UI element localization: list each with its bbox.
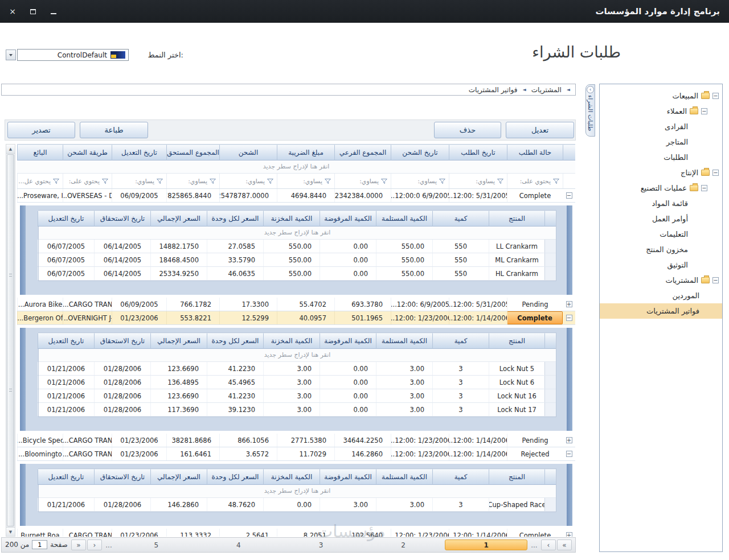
maximize-button[interactable] — [27, 6, 39, 17]
grid-cell[interactable]: HL Crankarm — [489, 267, 544, 280]
grid-cell[interactable]: ...Aurora Bike — [17, 298, 63, 311]
sidebar-item[interactable]: الموردين — [600, 288, 722, 303]
grid-cell[interactable]: 18468.4500 — [150, 253, 207, 266]
column-header[interactable]: مبلغ الضريبة — [277, 145, 334, 160]
grid-cell[interactable]: 06/14/2005 — [94, 253, 150, 266]
row-expand-toggle[interactable]: + — [563, 529, 575, 537]
grid-cell[interactable]: Lock Nut 16 — [489, 389, 544, 402]
grid-cell[interactable]: ...12:00: 1/14/2006 — [449, 434, 507, 447]
filter-cell[interactable]: يساوي: — [334, 174, 391, 188]
order-line-row[interactable]: LL Crankarm550550.000.00550.0027.0585148… — [39, 240, 556, 253]
column-header[interactable]: المنتج — [489, 211, 544, 227]
grid-cell[interactable]: 3.6572 — [219, 447, 277, 460]
grid-cell[interactable]: 01/21/2006 — [38, 362, 94, 375]
column-header[interactable]: الكمية المستلمة — [376, 469, 432, 485]
sidebar-item[interactable]: −المبيعات — [600, 88, 722, 104]
grid-cell[interactable]: 3 — [432, 403, 489, 416]
column-header[interactable]: تاريخ التعديل — [112, 145, 166, 160]
grid-cell[interactable]: 136.4895 — [150, 376, 207, 389]
grid-cell[interactable]: 3 — [432, 376, 489, 389]
order-line-row[interactable]: Cup-Shaped Race33.003.000.0048.7620146.2… — [39, 498, 556, 512]
grid-cell[interactable]: ...12:00: 1/23/2006 — [391, 529, 449, 537]
grid-cell[interactable]: ...12:00: 5/31/2005 — [449, 189, 507, 202]
filter-cell[interactable]: يحتوي على: — [507, 174, 563, 188]
collapse-panel-icon[interactable]: ‹ — [587, 86, 594, 93]
order-line-row[interactable]: Lock Nut 1633.000.003.0041.2230123.66900… — [39, 389, 556, 403]
column-header[interactable]: الكمية المخزنة — [263, 469, 320, 485]
grid-cell[interactable]: 3.00 — [376, 362, 432, 375]
collapse-row-icon[interactable]: − — [566, 451, 572, 457]
grid-cell[interactable]: 125478787.0000 — [219, 189, 277, 202]
grid-cell[interactable]: Complete — [507, 529, 563, 537]
grid-cell[interactable]: 01/28/2006 — [94, 498, 150, 511]
page-input[interactable] — [32, 540, 47, 549]
column-header[interactable]: كمية — [432, 469, 489, 485]
grid-cell[interactable]: 550.00 — [263, 267, 320, 280]
order-line-row[interactable]: ML Crankarm550550.000.00550.0033.5790184… — [39, 253, 556, 267]
grid-cell[interactable]: 12.5299 — [219, 311, 277, 324]
column-header[interactable]: السعر الإجمالي — [150, 211, 207, 227]
grid-cell[interactable]: 46.0635 — [207, 267, 263, 280]
scrollbar-thumb[interactable] — [7, 154, 14, 526]
grid-cell[interactable]: ...CARGO TRAN — [63, 434, 112, 447]
row-expand-toggle[interactable]: − — [563, 447, 575, 460]
grid-cell[interactable]: ...12:00:0 6/9/2005 — [391, 189, 449, 202]
grid-cell[interactable]: ...Bergeron Of — [17, 311, 63, 324]
grid-cell[interactable]: 3 — [432, 389, 489, 402]
sidebar-item[interactable]: التعليمات — [600, 227, 722, 242]
delete-button[interactable]: حذف — [434, 122, 501, 138]
grid-cell[interactable]: 01/21/2006 — [38, 376, 94, 389]
grid-cell[interactable]: 3.00 — [376, 498, 432, 511]
scroll-down-button[interactable]: ▼ — [6, 527, 15, 536]
tree-collapse-icon[interactable]: − — [712, 277, 719, 283]
grid-cell[interactable]: 27.0585 — [207, 240, 263, 253]
grid-cell[interactable]: 06/07/2005 — [38, 240, 94, 253]
sidebar-item[interactable]: −الإنتاج — [600, 165, 722, 180]
collapse-row-icon[interactable]: − — [566, 315, 572, 321]
grid-cell[interactable]: 0.00 — [263, 498, 320, 511]
column-header[interactable]: تاريخ التعديل — [38, 469, 94, 485]
order-line-row[interactable]: Lock Nut 533.000.003.0041.2230123.669001… — [39, 362, 556, 376]
row-expand-toggle[interactable]: − — [563, 311, 575, 324]
grid-cell[interactable]: 17.3300 — [219, 298, 277, 311]
grid-cell[interactable]: Complete — [507, 311, 563, 324]
grid-cell[interactable]: 146.2860 — [150, 498, 207, 511]
grid-cell[interactable]: 0.00 — [320, 253, 376, 266]
grid-cell[interactable]: 3.00 — [376, 376, 432, 389]
column-header[interactable]: تاريخ الاستحقاق — [94, 211, 150, 227]
grid-cell[interactable]: 3.00 — [376, 403, 432, 416]
sidebar-item[interactable]: −عمليات التصنيع — [600, 180, 722, 196]
sidebar-item[interactable]: −المشتريات — [600, 273, 722, 288]
filter-cell[interactable]: يحتوي على: — [63, 174, 112, 188]
grid-cell[interactable]: 0.00 — [320, 267, 376, 280]
expand-row-icon[interactable]: + — [566, 532, 572, 537]
grid-cell[interactable]: ...12:00: 1/14/2006 — [449, 311, 507, 324]
grid-cell[interactable]: 3.00 — [263, 376, 320, 389]
order-line-row[interactable]: Lock Nut 1733.000.003.0039.1230117.36900… — [39, 403, 556, 417]
grid-cell[interactable]: 766.1782 — [166, 298, 219, 311]
column-header[interactable]: تاريخ الاستحقاق — [94, 469, 150, 485]
grid-cell[interactable]: 0.00 — [320, 403, 376, 416]
sidebar-item[interactable]: فواتير المشتريات — [600, 303, 722, 319]
grid-cell[interactable]: ...12:00: 6/9/2005 — [391, 298, 449, 311]
column-header[interactable]: تاريخ الطلب — [449, 145, 507, 160]
grid-cell[interactable]: 4694.8440 — [277, 189, 334, 202]
new-row-hint[interactable]: انقر هنا لإدراج سطر جديد — [39, 227, 556, 240]
grid-cell[interactable]: 01/28/2006 — [94, 389, 150, 402]
grid-cell[interactable]: 127825865.8440 — [166, 189, 219, 202]
grid-cell[interactable]: 55.4702 — [277, 298, 334, 311]
pager-ellipsis-right-button[interactable]: ... — [529, 541, 540, 549]
grid-cell[interactable]: ...12:00: 1/23/2006 — [391, 434, 449, 447]
grid-cell[interactable]: 2771.5380 — [277, 434, 334, 447]
grid-cell[interactable]: 14882.1750 — [150, 240, 207, 253]
sidebar-item[interactable]: الفرادى — [600, 119, 722, 134]
grid-cell[interactable]: 102.5640 — [334, 529, 391, 537]
sidebar-item[interactable]: المتاجر — [600, 134, 722, 150]
row-expand-toggle[interactable]: + — [563, 298, 575, 311]
grid-cell[interactable]: ...CARGO TRAN — [63, 529, 112, 537]
grid-cell[interactable]: 06/09/2005 — [112, 189, 166, 202]
export-button[interactable]: تصدير — [7, 122, 75, 138]
pager-prev-button[interactable]: ‹ — [541, 540, 556, 550]
column-header[interactable]: كمية — [432, 211, 489, 227]
breadcrumb-item-purchasing[interactable]: المشتريات — [531, 86, 562, 94]
